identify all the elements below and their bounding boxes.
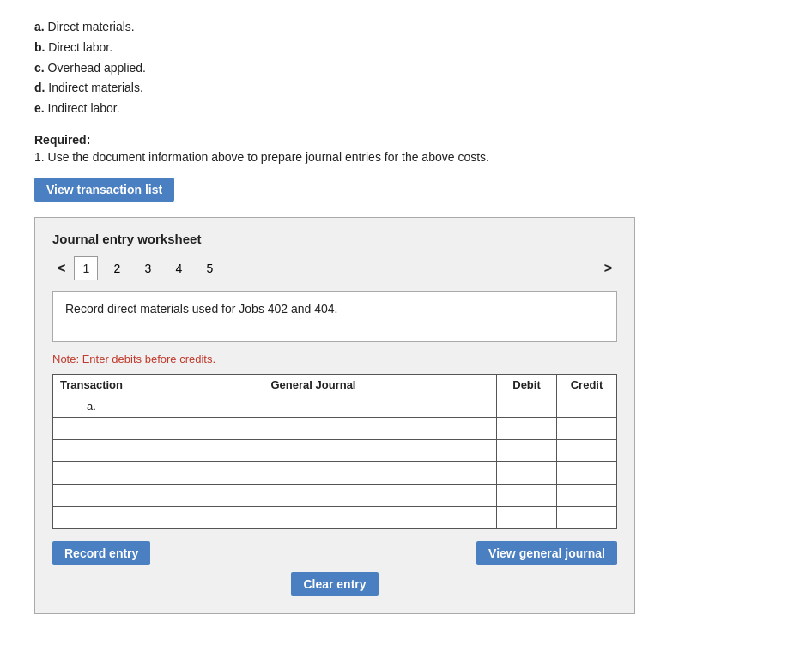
journal-table: Transaction General Journal Debit Credit… — [52, 374, 617, 529]
row1-journal-input[interactable] — [137, 400, 489, 413]
pagination-row: < 1 2 3 4 5 > — [52, 256, 617, 280]
view-transaction-btn-container: View transaction list — [34, 178, 778, 202]
table-row: a. — [53, 395, 617, 417]
row3-credit-input[interactable] — [564, 444, 609, 457]
row1-debit-cell[interactable] — [497, 395, 557, 417]
row3-debit-input[interactable] — [504, 444, 549, 457]
item-b-text: Direct labor. — [45, 40, 112, 54]
view-transaction-button[interactable]: View transaction list — [34, 178, 174, 202]
row2-debit-input[interactable] — [504, 422, 549, 435]
row1-journal-cell[interactable] — [130, 395, 497, 417]
row2-credit-input[interactable] — [564, 422, 609, 435]
row5-debit-input[interactable] — [504, 489, 549, 502]
clear-entry-button[interactable]: Clear entry — [291, 572, 378, 596]
page-3-button[interactable]: 3 — [136, 256, 160, 280]
row6-debit-input[interactable] — [504, 511, 549, 524]
row3-journal-input[interactable] — [137, 444, 489, 457]
col-header-debit: Debit — [497, 374, 557, 395]
row2-credit-cell[interactable] — [557, 417, 617, 439]
item-d-text: Indirect materials. — [45, 81, 142, 94]
row1-debit-input[interactable] — [504, 400, 549, 413]
row5-credit-input[interactable] — [564, 489, 609, 502]
instruction-box: Record direct materials used for Jobs 40… — [52, 291, 617, 342]
page-1-active[interactable]: 1 — [74, 256, 98, 280]
table-row — [53, 461, 617, 484]
col-header-credit: Credit — [557, 374, 617, 395]
row1-credit-cell[interactable] — [557, 395, 617, 417]
row4-credit-input[interactable] — [564, 467, 609, 479]
item-e-label: e. — [34, 101, 45, 115]
note-text: Note: Enter debits before credits. — [52, 353, 617, 365]
col-header-transaction: Transaction — [53, 374, 130, 395]
row2-journal-input[interactable] — [137, 422, 489, 435]
row4-debit-cell[interactable] — [497, 461, 557, 484]
intro-list: a. Direct materials. b. Direct labor. c.… — [34, 17, 778, 119]
row6-debit-cell[interactable] — [497, 506, 557, 528]
row4-transaction — [53, 461, 130, 484]
row3-credit-cell[interactable] — [557, 439, 617, 461]
table-row — [53, 439, 617, 461]
row5-transaction — [53, 484, 130, 506]
buttons-row: Record entry View general journal — [52, 541, 617, 565]
worksheet-container: Journal entry worksheet < 1 2 3 4 5 > Re… — [34, 217, 635, 614]
item-d-label: d. — [34, 81, 45, 94]
row5-journal-cell[interactable] — [130, 484, 497, 506]
page-2-button[interactable]: 2 — [105, 256, 129, 280]
row1-credit-input[interactable] — [564, 400, 609, 413]
required-section: Required: 1. Use the document informatio… — [34, 133, 778, 164]
col-header-journal: General Journal — [130, 374, 497, 395]
table-row — [53, 417, 617, 439]
table-row — [53, 506, 617, 528]
table-row — [53, 484, 617, 506]
row6-credit-cell[interactable] — [557, 506, 617, 528]
item-a-label: a. — [34, 20, 45, 33]
item-b-label: b. — [34, 40, 45, 54]
row3-journal-cell[interactable] — [130, 439, 497, 461]
view-general-journal-button[interactable]: View general journal — [476, 541, 617, 565]
row5-debit-cell[interactable] — [497, 484, 557, 506]
row3-transaction — [53, 439, 130, 461]
row6-journal-input[interactable] — [137, 511, 489, 524]
item-e-text: Indirect labor. — [45, 101, 120, 115]
row2-debit-cell[interactable] — [497, 417, 557, 439]
page-4-button[interactable]: 4 — [167, 256, 191, 280]
row2-journal-cell[interactable] — [130, 417, 497, 439]
item-c-label: c. — [34, 61, 45, 75]
next-page-button[interactable]: > — [599, 259, 617, 278]
row2-transaction — [53, 417, 130, 439]
row3-debit-cell[interactable] — [497, 439, 557, 461]
row6-journal-cell[interactable] — [130, 506, 497, 528]
row4-journal-cell[interactable] — [130, 461, 497, 484]
prev-page-button[interactable]: < — [52, 259, 70, 278]
right-arrow-cell: > — [225, 259, 617, 278]
worksheet-title: Journal entry worksheet — [52, 232, 617, 246]
record-entry-button[interactable]: Record entry — [52, 541, 150, 565]
row4-journal-input[interactable] — [137, 467, 489, 479]
clear-entry-row: Clear entry — [52, 572, 617, 596]
item-a-text: Direct materials. — [45, 20, 135, 33]
row6-transaction — [53, 506, 130, 528]
required-instruction: 1. Use the document information above to… — [34, 150, 778, 164]
row5-journal-input[interactable] — [137, 489, 489, 502]
row4-debit-input[interactable] — [504, 467, 549, 479]
row6-credit-input[interactable] — [564, 511, 609, 524]
row1-transaction: a. — [53, 395, 130, 417]
item-c-text: Overhead applied. — [45, 61, 146, 75]
row5-credit-cell[interactable] — [557, 484, 617, 506]
required-heading: Required: — [34, 133, 90, 147]
instruction-text: Record direct materials used for Jobs 40… — [65, 302, 338, 316]
row4-credit-cell[interactable] — [557, 461, 617, 484]
page-5-button[interactable]: 5 — [197, 256, 221, 280]
